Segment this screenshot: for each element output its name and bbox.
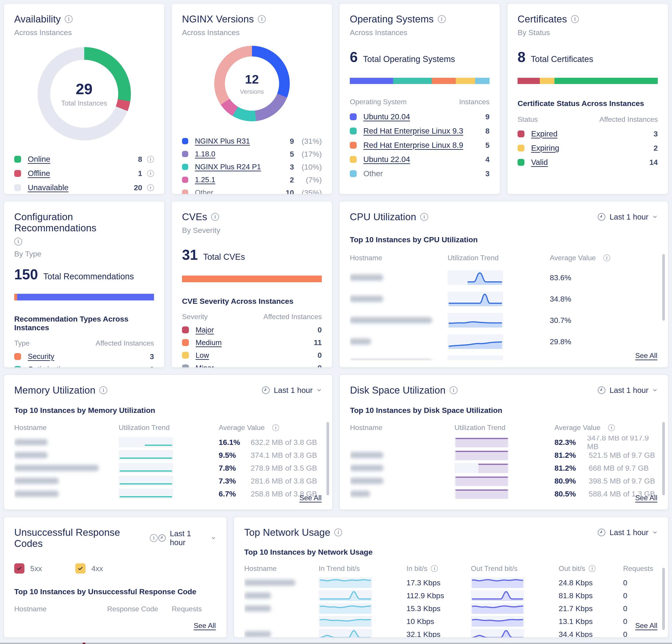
- info-icon[interactable]: i: [272, 424, 279, 431]
- info-icon[interactable]: i: [147, 170, 154, 177]
- memory-row: 16.1%632.2 MB of 3.8 GB: [14, 436, 322, 449]
- response-codes-time-range-select[interactable]: Last 1 hour: [158, 529, 216, 547]
- cpu-average-value: 30.7%: [550, 316, 571, 325]
- card-subtitle: Across Instances: [350, 28, 490, 37]
- cpu-list-scrollbar[interactable]: [662, 254, 665, 321]
- os-link[interactable]: Ubuntu 22.04: [363, 155, 410, 164]
- memory-see-all-link[interactable]: See All: [299, 494, 322, 502]
- hostname-redacted[interactable]: [350, 465, 383, 471]
- info-icon[interactable]: i: [571, 15, 579, 23]
- hostname-redacted[interactable]: [14, 478, 59, 484]
- info-icon[interactable]: i: [438, 15, 446, 23]
- hostname-redacted[interactable]: [350, 274, 383, 281]
- cve-row: Minor 0: [182, 361, 322, 368]
- col-affected: Affected Instances: [599, 115, 658, 123]
- disk-detail: 347.8 MB of 917.9 MB: [587, 436, 658, 451]
- hostname-redacted[interactable]: [14, 491, 59, 497]
- info-icon[interactable]: i: [211, 213, 219, 221]
- info-icon[interactable]: i: [334, 528, 342, 536]
- info-icon[interactable]: i: [608, 424, 615, 431]
- version-link[interactable]: 1.18.0: [195, 150, 215, 158]
- hostname-redacted[interactable]: [244, 631, 271, 637]
- check-icon: [16, 565, 22, 572]
- info-icon[interactable]: i: [147, 184, 154, 191]
- cve-link[interactable]: Medium: [195, 338, 221, 347]
- cpu-instance-list: 83.6% 34.8% 30.7% 29.8%: [350, 267, 658, 360]
- disk-time-range-select[interactable]: Last 1 hour: [597, 386, 658, 395]
- rec-link[interactable]: Optimization: [28, 365, 69, 368]
- info-icon[interactable]: i: [603, 254, 610, 261]
- hostname-redacted[interactable]: [350, 360, 432, 360]
- info-icon[interactable]: i: [589, 565, 596, 572]
- filter-4xx: 4xx: [75, 563, 103, 574]
- checkbox-5xx[interactable]: [14, 563, 24, 574]
- unavailable-link[interactable]: Unavailable: [28, 183, 69, 192]
- info-icon[interactable]: i: [99, 386, 107, 394]
- cert-link[interactable]: Valid: [531, 158, 548, 167]
- version-swatch: [182, 177, 188, 183]
- network-in-value: 15.3 Kbps: [406, 604, 441, 613]
- os-link[interactable]: Red Hat Enterprise Linux 9.3: [363, 127, 463, 135]
- section-title: Certificate Status Across Instances: [518, 99, 658, 108]
- hostname-redacted[interactable]: [244, 605, 271, 611]
- hostname-redacted[interactable]: [350, 491, 370, 497]
- hostname-redacted[interactable]: [244, 593, 271, 599]
- os-count: 3: [485, 169, 490, 178]
- online-link[interactable]: Online: [28, 155, 50, 164]
- hostname-redacted[interactable]: [350, 296, 383, 302]
- hostname-redacted[interactable]: [350, 338, 371, 345]
- info-icon[interactable]: i: [150, 534, 158, 542]
- os-link[interactable]: Ubuntu 20.04: [363, 112, 410, 121]
- hostname-redacted[interactable]: [350, 478, 383, 484]
- network-time-range-select[interactable]: Last 1 hour: [597, 528, 658, 537]
- cert-link[interactable]: Expiring: [531, 144, 559, 153]
- info-icon[interactable]: i: [14, 238, 22, 246]
- os-link[interactable]: Red Hat Enterprise Linux 8.9: [363, 141, 463, 150]
- info-icon[interactable]: i: [431, 565, 438, 572]
- card-cves: CVEs i By Severity 31 Total CVEs CVE Sev…: [171, 201, 333, 368]
- rec-link[interactable]: Security: [28, 352, 54, 361]
- network-see-all-link[interactable]: See All: [635, 622, 657, 630]
- info-icon[interactable]: i: [65, 15, 73, 23]
- check-icon: [77, 565, 84, 572]
- memory-list-scrollbar[interactable]: [326, 422, 329, 495]
- section-title: Top 10 Instances by Disk Space Utilizati…: [350, 406, 658, 415]
- version-link[interactable]: NGINX Plus R31: [195, 137, 250, 145]
- version-count: 5: [290, 150, 294, 158]
- disk-list-scrollbar[interactable]: [662, 422, 665, 495]
- disk-sparkline: [454, 450, 509, 460]
- checkbox-4xx[interactable]: [75, 563, 86, 574]
- cert-count: 3: [653, 130, 658, 138]
- info-icon[interactable]: i: [258, 15, 266, 23]
- cpu-time-range-select[interactable]: Last 1 hour: [597, 213, 658, 221]
- info-icon[interactable]: i: [420, 213, 428, 221]
- hostname-redacted[interactable]: [14, 452, 48, 458]
- version-link[interactable]: 1.25.1: [195, 176, 215, 184]
- info-icon[interactable]: i: [147, 156, 154, 163]
- hostname-redacted[interactable]: [244, 580, 295, 586]
- hostname-redacted[interactable]: [14, 439, 48, 445]
- hostname-redacted[interactable]: [350, 317, 432, 323]
- bar-segment: [540, 78, 554, 84]
- info-icon[interactable]: i: [449, 386, 458, 394]
- disk-see-all-link[interactable]: See All: [635, 494, 657, 502]
- version-link[interactable]: NGINX Plus R24 P1: [195, 163, 261, 171]
- cve-link[interactable]: Major: [195, 326, 214, 334]
- cve-link[interactable]: Minor: [195, 364, 214, 368]
- offline-link[interactable]: Offline: [28, 169, 50, 178]
- response-codes-see-all-link[interactable]: See All: [194, 622, 216, 630]
- version-count: 2: [290, 176, 294, 184]
- network-list-scrollbar[interactable]: [662, 568, 665, 630]
- hostname-redacted[interactable]: [14, 465, 99, 471]
- cert-link[interactable]: Expired: [531, 129, 557, 138]
- os-count: 9: [485, 112, 490, 121]
- cve-link[interactable]: Low: [195, 351, 209, 360]
- row-2: Configuration Recommendations i By Type …: [3, 201, 669, 368]
- disk-row: 80.9%398.5 MB of 9.7 GB: [350, 475, 658, 487]
- memory-time-range-select[interactable]: Last 1 hour: [261, 386, 322, 395]
- hostname-redacted[interactable]: [350, 452, 383, 458]
- bar-segment: [475, 78, 490, 84]
- col-in-trend: In Trend bit/s: [319, 564, 406, 573]
- network-requests: 0: [623, 617, 627, 625]
- cpu-see-all-link[interactable]: See All: [635, 351, 657, 360]
